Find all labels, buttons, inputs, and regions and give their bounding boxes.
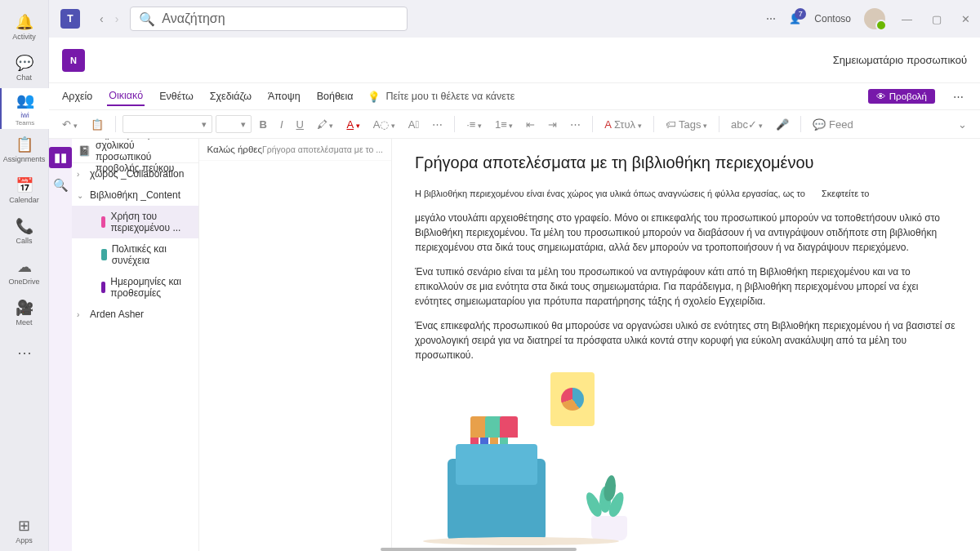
chevron-right-icon: ›	[77, 310, 79, 319]
search-icon[interactable]: 🔍	[53, 178, 69, 193]
rail-teams[interactable]: 👥iwiTeams	[0, 88, 49, 129]
rail-assignments[interactable]: 📋Assignments	[0, 129, 49, 170]
menu-home[interactable]: Οικιακό	[107, 87, 145, 106]
eye-icon: 👁	[876, 91, 886, 101]
tags-button[interactable]: 🏷 Tags	[661, 116, 712, 133]
size-select[interactable]: ▾	[216, 115, 252, 133]
clipboard-button[interactable]: 📋	[86, 116, 109, 133]
maximize-button[interactable]: ▢	[929, 10, 945, 29]
notebook-nav: ▮▮ 🔍 📓 Σημειωματάριο σχολικού προσωπικού…	[49, 139, 392, 551]
body: ▮▮ 🔍 📓 Σημειωματάριο σχολικού προσωπικού…	[49, 139, 980, 551]
section-policies[interactable]: Πολιτικές και συνέχεια	[72, 238, 198, 271]
app-title: Σημειωματάριο προσωπικού	[833, 54, 967, 66]
chevron-right-icon: ›	[77, 170, 79, 179]
forward-button[interactable]: ›	[115, 12, 119, 25]
rail-activity[interactable]: 🔔Activity	[0, 7, 49, 47]
notifications-button[interactable]: 👤 7	[789, 13, 801, 24]
rail-more[interactable]: ⋯	[0, 333, 49, 374]
bell-icon: 🔔	[16, 13, 33, 31]
back-button[interactable]: ‹	[100, 12, 104, 25]
section-tab-icon	[101, 282, 105, 293]
chat-icon: 💬	[16, 54, 33, 72]
more-para-button[interactable]: ⋯	[565, 116, 586, 133]
horizontal-scrollbar[interactable]	[381, 548, 577, 551]
page-content[interactable]: Γρήγορα αποτελέσματα με τη βιβλιοθήκη πε…	[392, 139, 980, 551]
rail-apps[interactable]: ⊞Apps	[0, 510, 49, 551]
assignments-icon: 📋	[16, 136, 33, 153]
menu-file[interactable]: Αρχείο	[60, 87, 94, 105]
bulb-icon: 💡	[368, 91, 381, 103]
minimize-button[interactable]: —	[898, 10, 915, 29]
rail-meet[interactable]: 🎥Meet	[0, 292, 49, 333]
org-label: Contoso	[814, 13, 851, 24]
undo-button[interactable]: ↶	[57, 116, 82, 133]
spellcheck-button[interactable]: abc✓	[726, 116, 768, 133]
rail-calendar[interactable]: 📅Calendar	[0, 170, 49, 211]
bold-button[interactable]: B	[255, 116, 272, 133]
search-input[interactable]: 🔍 Αναζήτηση	[130, 7, 408, 31]
menu-help[interactable]: Βοήθεια	[315, 87, 355, 105]
menubar: Αρχείο Οικιακό Ενθέτω Σχεδιάζω Άποψη Βοή…	[49, 83, 980, 109]
rail-chat[interactable]: 💬Chat	[0, 47, 49, 88]
pages-pane: Καλώς ήρθεςΓρήγορα αποτελέσματα με το ..…	[199, 139, 392, 551]
video-icon: 🎥	[16, 299, 33, 317]
numbering-button[interactable]: 1≡	[490, 116, 518, 133]
section-using-content[interactable]: Χρήση του περιεχομένου ...	[72, 206, 198, 238]
rail-calls[interactable]: 📞Calls	[0, 211, 49, 251]
close-button[interactable]: ✕	[958, 10, 973, 29]
section-collaboration[interactable]: ›χώρος _Collaboration	[72, 163, 198, 184]
section-dates[interactable]: Ημερομηνίες και προθεσμίες	[72, 271, 198, 304]
styles-button[interactable]: A Στυλ	[599, 116, 646, 133]
menu-view[interactable]: Άποψη	[266, 87, 302, 105]
menu-insert[interactable]: Ενθέτω	[158, 87, 195, 105]
paragraph: μεγάλο ντουλάπι αρχειοθέτησης στο γραφεί…	[415, 211, 957, 255]
notif-badge: 7	[795, 8, 806, 20]
toolbar: ↶ 📋 ▾ ▾ B I U 🖍 A A◌ A⃠ ⋯ ∙≡ 1≡ ⇤ ⇥ ⋯ A …	[49, 109, 980, 139]
illustration	[415, 372, 644, 552]
more-button[interactable]: ⋯	[766, 13, 776, 24]
feed-button[interactable]: 💬 Feed	[808, 116, 858, 133]
calls-icon: 📞	[16, 217, 33, 235]
ribbon-collapse-button[interactable]: ⌄	[953, 116, 972, 133]
italic-button[interactable]: I	[275, 116, 288, 133]
titlebar: T ‹ › 🔍 Αναζήτηση ⋯ 👤 7 Contoso — ▢ ✕	[49, 0, 980, 38]
chevron-down-icon: ⌄	[77, 191, 83, 200]
format-eraser-button[interactable]: A⃠	[403, 116, 424, 133]
page-title: Γρήγορα αποτελέσματα με τη βιβλιοθήκη πε…	[415, 153, 957, 172]
page-item[interactable]: Καλώς ήρθεςΓρήγορα αποτελέσματα με το ..…	[199, 139, 392, 161]
indent-button[interactable]: ⇥	[543, 116, 562, 133]
sections-pane: 📓 Σημειωματάριο σχολικού προσωπικού προβ…	[72, 139, 199, 551]
highlight-button[interactable]: 🖍	[312, 116, 339, 133]
onenote-logo-icon: N	[62, 49, 85, 72]
font-select[interactable]: ▾	[122, 115, 212, 133]
search-placeholder: Αναζήτηση	[162, 11, 225, 26]
section-tab-icon	[101, 249, 107, 260]
notebook-title[interactable]: 📓 Σημειωματάριο σχολικού προσωπικού προβ…	[72, 139, 198, 163]
avatar[interactable]	[864, 8, 885, 29]
paragraph: Η βιβλιοθήκη περιεχομένου είναι ένας χώρ…	[415, 187, 957, 201]
more-format-button[interactable]: ⋯	[427, 116, 448, 133]
tell-me[interactable]: 💡Πείτε μου τι θέλετε να κάνετε	[368, 91, 514, 103]
more-icon: ⋯	[17, 344, 32, 362]
underline-button[interactable]: U	[292, 116, 309, 133]
paragraph: Ένας επικεφαλής προσωπικού θα μπορούσε ν…	[415, 318, 957, 362]
clear-format-button[interactable]: A◌	[368, 116, 400, 133]
nav-arrows: ‹ ›	[100, 12, 118, 25]
dictate-button[interactable]: 🎤	[771, 116, 794, 133]
outdent-button[interactable]: ⇤	[521, 116, 540, 133]
nav-rail: ▮▮ 🔍	[49, 139, 72, 551]
bullets-button[interactable]: ∙≡	[461, 116, 487, 133]
notebooks-icon[interactable]: ▮▮	[49, 147, 72, 168]
app-rail: 🔔Activity 💬Chat 👥iwiTeams 📋Assignments 📅…	[0, 0, 49, 551]
section-arden[interactable]: ›Arden Asher	[72, 304, 198, 325]
app-header: N Σημειωματάριο προσωπικού	[49, 38, 980, 83]
font-color-button[interactable]: A	[341, 116, 364, 133]
section-content-library[interactable]: ⌄Βιβλιοθήκη _Content	[72, 184, 198, 206]
section-tab-icon	[101, 216, 105, 228]
paragraph: Ένα τυπικό σενάριο είναι τα μέλη του προ…	[415, 264, 957, 309]
preview-button[interactable]: 👁Προβολή	[868, 89, 935, 104]
teams-icon: 👥	[16, 91, 34, 109]
menu-overflow[interactable]: ⋯	[948, 91, 969, 103]
menu-draw[interactable]: Σχεδιάζω	[208, 87, 253, 105]
rail-onedrive[interactable]: ☁OneDrive	[0, 251, 49, 292]
